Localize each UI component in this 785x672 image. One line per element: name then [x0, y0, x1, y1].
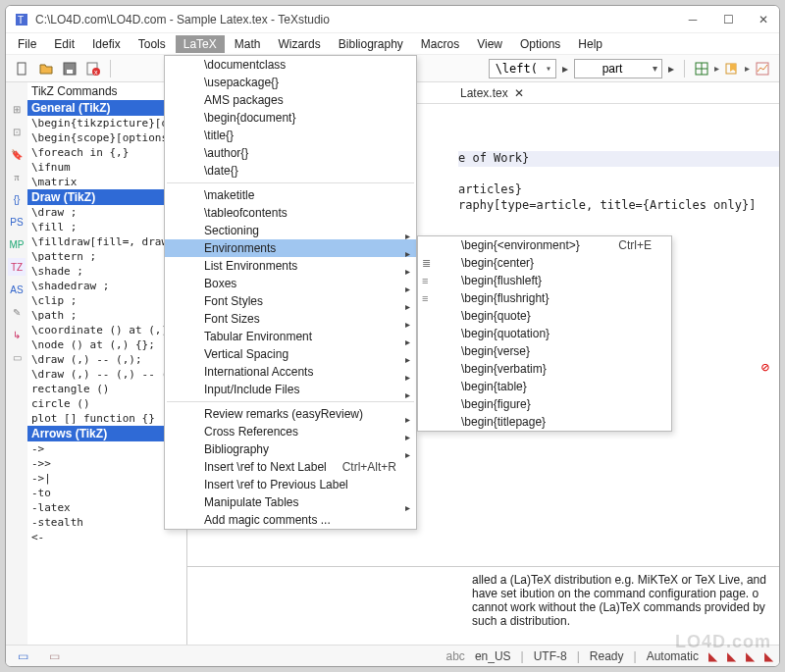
braces-icon[interactable]: {}: [8, 190, 26, 208]
tikz-command-item[interactable]: \draw (,) -- (,) -- (,) -- cycl: [27, 367, 186, 382]
env-submenu-item[interactable]: ≡\begin{flushright}: [418, 289, 671, 307]
menu-file[interactable]: File: [10, 35, 44, 53]
tikz-command-item[interactable]: \draw ;: [27, 205, 186, 220]
maximize-button[interactable]: ☐: [720, 13, 736, 26]
tikz-command-item[interactable]: \ifnum: [27, 160, 186, 175]
tikz-command-item[interactable]: \foreach in {,}: [27, 145, 186, 160]
latex-menu-item[interactable]: Input/Include Files: [165, 381, 416, 398]
tikz-command-item[interactable]: -latex: [27, 500, 186, 515]
tikz-section-header[interactable]: Arrows (TikZ): [27, 426, 186, 441]
latex-menu-item[interactable]: \maketitle: [165, 186, 416, 204]
tab-close-icon[interactable]: ✕: [514, 86, 524, 100]
bookmark-icon[interactable]: 🔖: [8, 145, 26, 163]
menu-bibliography[interactable]: Bibliography: [331, 35, 411, 53]
tikz-section-header[interactable]: Draw (TikZ): [27, 189, 186, 205]
tikz-command-item[interactable]: ->: [27, 441, 186, 456]
tikz-command-item[interactable]: \draw (,) -- (,);: [27, 352, 186, 367]
menu-latex[interactable]: LaTeX: [176, 35, 225, 53]
menu-math[interactable]: Math: [227, 35, 269, 53]
panel-toggle-1[interactable]: ▭: [12, 646, 33, 667]
latex-menu-item[interactable]: Add magic comments ...: [165, 511, 416, 529]
latex-menu-item[interactable]: Tabular Environment: [165, 328, 416, 345]
error-indicator-icon[interactable]: ⊘: [761, 359, 769, 375]
tikz-command-item[interactable]: \path ;: [27, 308, 186, 323]
tikz-command-item[interactable]: plot [] function {}: [27, 411, 186, 426]
latex-menu-item[interactable]: Insert \ref to Previous Label: [165, 476, 416, 493]
latex-menu-item[interactable]: Environments: [165, 239, 416, 257]
mp-icon[interactable]: MP: [8, 235, 26, 253]
tikz-command-item[interactable]: ->|: [27, 471, 186, 486]
tikz-command-item[interactable]: \matrix: [27, 175, 186, 189]
menu-wizards[interactable]: Wizards: [270, 35, 328, 53]
close-file-button[interactable]: x: [82, 58, 104, 79]
env-submenu-item[interactable]: ≡\begin{flushleft}: [418, 272, 671, 289]
tikz-command-item[interactable]: rectangle (): [27, 382, 186, 396]
tikz-command-item[interactable]: circle (): [27, 396, 186, 411]
env-submenu-item[interactable]: \begin{quote}: [418, 307, 671, 325]
code-line[interactable]: raphy[type=article, title={Articles only…: [458, 198, 779, 214]
latex-menu-item[interactable]: List Environments: [165, 257, 416, 275]
latex-menu-item[interactable]: \documentclass: [165, 56, 416, 74]
section-combo[interactable]: part: [574, 59, 662, 78]
tikz-command-item[interactable]: \shade ;: [27, 264, 186, 279]
latex-menu-item[interactable]: \title{}: [165, 127, 416, 144]
left-delimiter-combo[interactable]: \left(: [489, 59, 556, 78]
combo-arrow-2[interactable]: ▸: [664, 58, 678, 79]
menu-idefix[interactable]: Idefix: [84, 35, 129, 53]
tikz-command-item[interactable]: ->>: [27, 456, 186, 471]
tikz-command-item[interactable]: \shadedraw ;: [27, 279, 186, 293]
panel-toggle-2[interactable]: ▭: [43, 646, 65, 667]
tikz-command-item[interactable]: -to: [27, 486, 186, 500]
latex-menu-item[interactable]: Font Styles: [165, 292, 416, 310]
latex-menu-item[interactable]: Boxes: [165, 275, 416, 292]
minimize-button[interactable]: ─: [685, 13, 701, 26]
latex-menu-item[interactable]: \date{}: [165, 162, 416, 180]
code-line[interactable]: e of Work}: [458, 151, 779, 167]
latex-menu-item[interactable]: Bibliography: [165, 440, 416, 458]
code-line[interactable]: [458, 214, 779, 230]
pi-icon[interactable]: π: [8, 168, 26, 185]
code-line[interactable]: [458, 135, 779, 151]
ps-icon[interactable]: PS: [8, 213, 26, 231]
status-lang[interactable]: en_US: [475, 649, 511, 663]
latex-menu-item[interactable]: Insert \ref to Next LabelCtrl+Alt+R: [165, 458, 416, 476]
menu-tools[interactable]: Tools: [131, 35, 174, 53]
code-line[interactable]: articles}: [458, 182, 779, 198]
latex-menu-item[interactable]: Vertical Spacing: [165, 345, 416, 363]
chart-button[interactable]: [752, 58, 773, 79]
code-line[interactable]: [458, 104, 779, 120]
square-icon[interactable]: ▭: [8, 348, 26, 366]
menu-view[interactable]: View: [469, 35, 510, 53]
as-icon[interactable]: AS: [8, 281, 26, 298]
combo-arrow[interactable]: ▸: [558, 58, 572, 79]
latex-menu-item[interactable]: \tableofcontents: [165, 204, 416, 222]
env-submenu-item[interactable]: \begin{verbatim}: [418, 360, 671, 378]
latex-menu-item[interactable]: Sectioning: [165, 222, 416, 239]
menu-options[interactable]: Options: [512, 35, 568, 53]
editor-tab[interactable]: Latex.tex ✕: [452, 84, 532, 102]
tikz-command-item[interactable]: \fill ;: [27, 220, 186, 234]
latex-menu-item[interactable]: \author{}: [165, 144, 416, 162]
latex-menu-item[interactable]: Cross References: [165, 423, 416, 440]
code-line[interactable]: [458, 120, 779, 135]
menu-edit[interactable]: Edit: [46, 35, 82, 53]
tikz-command-item[interactable]: \clip ;: [27, 293, 186, 308]
latex-menu-item[interactable]: International Accents: [165, 363, 416, 381]
env-submenu-item[interactable]: \begin{titlepage}: [418, 413, 671, 431]
env-submenu-item[interactable]: \begin{table}: [418, 378, 671, 395]
latex-menu-item[interactable]: \begin{document}: [165, 109, 416, 127]
latex-menu-item[interactable]: \usepackage{}: [165, 74, 416, 91]
tikz-command-item[interactable]: \begin{scope}[options] \e: [27, 130, 186, 145]
open-file-button[interactable]: [35, 58, 57, 79]
palette-icon[interactable]: ⊡: [8, 123, 26, 140]
tikz-command-item[interactable]: \filldraw[fill=, draw=] ;: [27, 234, 186, 249]
spellcheck-icon[interactable]: abc: [446, 649, 465, 663]
table-button[interactable]: [691, 58, 712, 79]
arrow-up-icon[interactable]: ↳: [8, 326, 26, 343]
tikz-command-item[interactable]: \begin{tikzpicture}[option: [27, 116, 186, 130]
close-button[interactable]: ✕: [756, 13, 771, 26]
env-submenu-item[interactable]: ≣\begin{center}: [418, 254, 671, 272]
env-submenu-item[interactable]: \begin{quotation}: [418, 325, 671, 342]
env-submenu-item[interactable]: \begin{figure}: [418, 395, 671, 413]
latex-menu-item[interactable]: Manipulate Tables: [165, 493, 416, 511]
